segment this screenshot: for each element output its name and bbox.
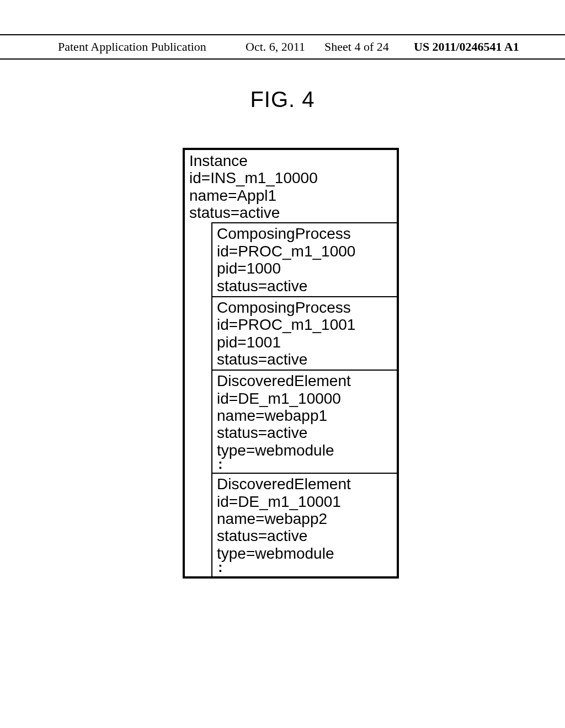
block-line: pid=1001 (217, 334, 393, 351)
header-rule-bottom (0, 58, 565, 60)
block-title: ComposingProcess (217, 299, 393, 316)
block-line: name=webapp1 (217, 407, 393, 424)
block-line: status=active (217, 351, 393, 368)
block-line: id=DE_m1_10000 (217, 390, 393, 407)
block-line: pid=1000 (217, 260, 393, 277)
vertical-ellipsis-icon: : (217, 459, 393, 471)
block-line: id=PROC_m1_1001 (217, 316, 393, 333)
block-line: type=webmodule (217, 545, 393, 562)
vertical-ellipsis-icon: : (217, 562, 393, 574)
nested-blocks: ComposingProcess id=PROC_m1_1000 pid=100… (211, 222, 397, 576)
composing-process-block: ComposingProcess id=PROC_m1_1000 pid=100… (212, 222, 397, 296)
header-sheet: Sheet 4 of 24 (324, 40, 389, 54)
block-title: ComposingProcess (217, 225, 393, 242)
instance-diagram: Instance id=INS_m1_10000 name=Appl1 stat… (183, 148, 399, 579)
block-line: type=webmodule (217, 442, 393, 459)
block-title: DiscoveredElement (217, 475, 393, 493)
discovered-element-block: DiscoveredElement id=DE_m1_10000 name=we… (212, 370, 397, 473)
page-header: Patent Application Publication Oct. 6, 2… (0, 40, 565, 56)
block-line: id=DE_m1_10001 (217, 493, 393, 510)
header-rule-top (0, 34, 565, 35)
instance-id: id=INS_m1_10000 (189, 169, 393, 186)
instance-name: name=Appl1 (189, 187, 393, 204)
block-line: name=webapp2 (217, 510, 393, 527)
instance-status: status=active (189, 204, 393, 221)
block-line: status=active (217, 277, 393, 295)
discovered-element-block: DiscoveredElement id=DE_m1_10001 name=we… (212, 473, 397, 576)
instance-header: Instance id=INS_m1_10000 name=Appl1 stat… (185, 150, 397, 222)
block-line: status=active (217, 527, 393, 544)
patent-page: Patent Application Publication Oct. 6, 2… (0, 0, 565, 728)
block-line: status=active (217, 424, 393, 441)
block-title: DiscoveredElement (217, 372, 393, 389)
header-pub-number: US 2011/0246541 A1 (414, 40, 519, 54)
header-date: Oct. 6, 2011 (246, 40, 305, 54)
composing-process-block: ComposingProcess id=PROC_m1_1001 pid=100… (212, 296, 397, 370)
header-publication-label: Patent Application Publication (58, 40, 206, 54)
block-line: id=PROC_m1_1000 (217, 243, 393, 260)
figure-label: FIG. 4 (0, 87, 565, 112)
instance-title: Instance (189, 152, 393, 169)
